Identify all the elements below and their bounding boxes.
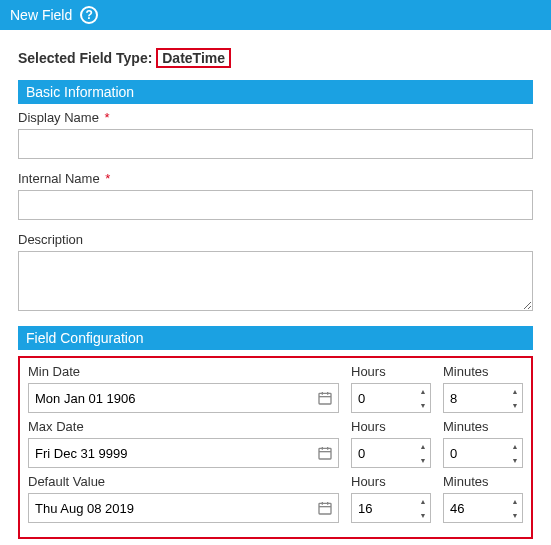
help-icon[interactable]: ? <box>80 6 98 24</box>
required-asterisk: * <box>105 110 110 125</box>
spinner-buttons: ▲ ▼ <box>416 439 430 467</box>
spinner-buttons: ▲ ▼ <box>416 494 430 522</box>
section-basic-information: Basic Information <box>18 80 533 104</box>
chevron-up-icon[interactable]: ▲ <box>508 439 522 453</box>
selected-type-value: DateTime <box>156 48 231 68</box>
chevron-up-icon[interactable]: ▲ <box>416 384 430 398</box>
description-block: Description <box>18 232 533 314</box>
max-date-hours-label: Hours <box>351 419 431 434</box>
description-input[interactable] <box>18 251 533 311</box>
page-header: New Field ? <box>0 0 551 30</box>
chevron-down-icon[interactable]: ▼ <box>508 453 522 467</box>
required-asterisk: * <box>105 171 110 186</box>
chevron-down-icon[interactable]: ▼ <box>508 508 522 522</box>
spinner-buttons: ▲ ▼ <box>508 439 522 467</box>
spinner-buttons: ▲ ▼ <box>508 384 522 412</box>
spinner-buttons: ▲ ▼ <box>508 494 522 522</box>
internal-name-block: Internal Name * <box>18 171 533 220</box>
max-date-input[interactable] <box>28 438 339 468</box>
default-value-label: Default Value <box>28 474 339 489</box>
max-date-minutes-label: Minutes <box>443 419 523 434</box>
display-name-input[interactable] <box>18 129 533 159</box>
description-label: Description <box>18 232 533 247</box>
internal-name-label: Internal Name * <box>18 171 533 186</box>
selected-label: Selected Field Type: <box>18 50 152 66</box>
chevron-up-icon[interactable]: ▲ <box>508 384 522 398</box>
chevron-down-icon[interactable]: ▼ <box>416 398 430 412</box>
content: Selected Field Type: DateTime Basic Info… <box>0 30 551 545</box>
max-date-row: Max Date Hours ▲ ▼ Minutes <box>28 419 523 468</box>
page-title: New Field <box>10 7 72 23</box>
chevron-up-icon[interactable]: ▲ <box>508 494 522 508</box>
max-date-label: Max Date <box>28 419 339 434</box>
chevron-up-icon[interactable]: ▲ <box>416 494 430 508</box>
internal-name-input[interactable] <box>18 190 533 220</box>
display-name-label: Display Name * <box>18 110 533 125</box>
min-date-row: Min Date Hours ▲ ▼ Minutes <box>28 364 523 413</box>
chevron-down-icon[interactable]: ▼ <box>416 453 430 467</box>
chevron-up-icon[interactable]: ▲ <box>416 439 430 453</box>
chevron-down-icon[interactable]: ▼ <box>508 398 522 412</box>
min-date-label: Min Date <box>28 364 339 379</box>
spinner-buttons: ▲ ▼ <box>416 384 430 412</box>
section-field-configuration: Field Configuration <box>18 326 533 350</box>
field-configuration-box: Min Date Hours ▲ ▼ Minutes <box>18 356 533 539</box>
min-date-minutes-label: Minutes <box>443 364 523 379</box>
default-value-input[interactable] <box>28 493 339 523</box>
min-date-hours-label: Hours <box>351 364 431 379</box>
selected-field-type: Selected Field Type: DateTime <box>18 48 533 68</box>
min-date-input[interactable] <box>28 383 339 413</box>
default-value-row: Default Value Hours ▲ ▼ Minutes <box>28 474 523 523</box>
default-value-hours-label: Hours <box>351 474 431 489</box>
display-name-block: Display Name * <box>18 110 533 159</box>
default-value-minutes-label: Minutes <box>443 474 523 489</box>
chevron-down-icon[interactable]: ▼ <box>416 508 430 522</box>
